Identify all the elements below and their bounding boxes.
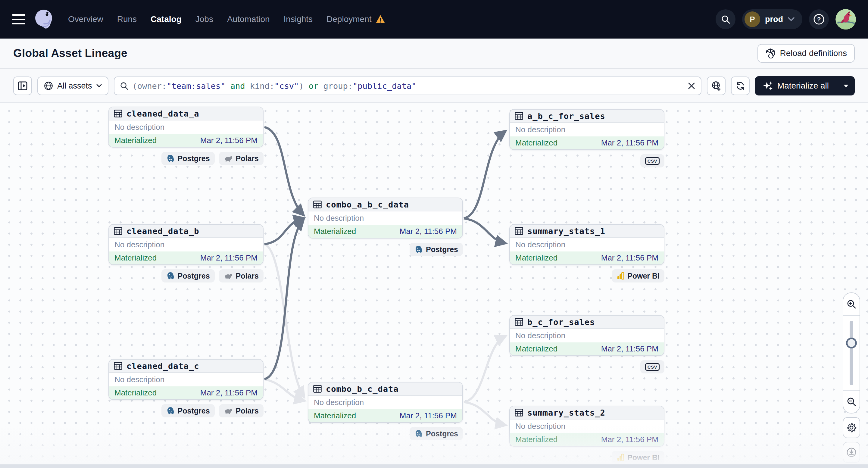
nav-item-overview[interactable]: Overview — [68, 14, 103, 24]
status-badge: Materialized — [314, 227, 356, 236]
status-badge: Materialized — [314, 411, 356, 420]
asset-node-summary-stats-2[interactable]: summary_stats_2 No description Materiali… — [509, 406, 664, 447]
tag-polars[interactable]: Polars — [219, 404, 264, 417]
zoom-out-button[interactable] — [843, 391, 860, 413]
asset-tags: Power BI — [509, 451, 664, 464]
search-query: (owner:"team:sales" and kind:"csv") or g… — [132, 81, 683, 91]
materialization-time: Mar 2, 11:56 PM — [601, 138, 658, 148]
status-badge: Materialized — [115, 388, 157, 398]
zoom-slider-track[interactable] — [849, 321, 853, 385]
materialize-all-split-button: Materialize all — [755, 76, 855, 95]
materialize-all-button[interactable]: Materialize all — [755, 76, 837, 95]
lineage-canvas[interactable]: cleaned_data_a No description Materializ… — [0, 103, 868, 464]
lineage-toolbar: All assets (owner:"team:sales" and kind:… — [0, 69, 868, 103]
graph-settings-button[interactable] — [843, 417, 860, 438]
view-global-graph-button[interactable] — [707, 76, 725, 95]
tag-postgres[interactable]: Postgres — [161, 152, 215, 165]
asset-node-cleaned-data-c[interactable]: cleaned_data_c No description Materializ… — [108, 359, 264, 400]
status-badge: Materialized — [515, 253, 557, 262]
zoom-slider[interactable] — [843, 315, 860, 391]
asset-status-row: Materialized Mar 2, 11:56 PM — [510, 251, 664, 264]
asset-node-header: a_b_c_for_sales — [510, 110, 664, 123]
nav-item-automation[interactable]: Automation — [227, 14, 270, 24]
asset-description: No description — [109, 373, 263, 386]
materialization-time: Mar 2, 11:56 PM — [400, 227, 457, 236]
tag-powerbi[interactable]: Power BI — [612, 451, 664, 464]
refresh-button[interactable] — [731, 76, 750, 95]
nav-item-insights[interactable]: Insights — [284, 14, 313, 24]
materialization-time: Mar 2, 11:56 PM — [601, 344, 658, 353]
tag-csv[interactable]: CSV — [640, 360, 664, 373]
postgres-icon — [414, 245, 423, 254]
expand-panel-icon — [18, 81, 27, 90]
tag-polars[interactable]: Polars — [219, 269, 264, 282]
asset-node-combo-b-c-data[interactable]: combo_b_c_data No description Materializ… — [308, 382, 463, 423]
user-avatar[interactable] — [835, 9, 856, 30]
materialization-time: Mar 2, 11:56 PM — [601, 435, 658, 444]
materialization-time: Mar 2, 11:56 PM — [200, 388, 257, 398]
help-icon[interactable]: ? — [809, 9, 829, 29]
dagster-logo-icon[interactable] — [33, 8, 55, 30]
nav-item-deployment[interactable]: Deployment — [327, 14, 385, 24]
nav-item-catalog[interactable]: Catalog — [151, 14, 182, 24]
materialize-options-button[interactable] — [837, 76, 855, 95]
status-badge: Materialized — [515, 138, 557, 148]
asset-node-header: b_c_for_sales — [510, 316, 664, 329]
edge-combo-a-b-c-data-to-a-b-c-for-sales — [464, 132, 505, 218]
asset-tags: CSV — [509, 360, 664, 373]
page-title: Global Asset Lineage — [13, 47, 127, 60]
tag-csv[interactable]: CSV — [640, 154, 664, 167]
asset-node-cleaned-data-a[interactable]: cleaned_data_a No description Materializ… — [108, 106, 264, 148]
nav-item-jobs[interactable]: Jobs — [195, 14, 213, 24]
nav-right: P prod ? — [716, 9, 856, 30]
table-icon — [114, 362, 122, 370]
refresh-icon — [736, 81, 745, 91]
tag-powerbi[interactable]: Power BI — [612, 269, 664, 282]
open-panel-button[interactable] — [13, 76, 32, 95]
reload-definitions-button[interactable]: Reload definitions — [757, 44, 855, 63]
asset-node-combo-a-b-c-data[interactable]: combo_a_b_c_data No description Material… — [308, 197, 463, 239]
tag-postgres[interactable]: Postgres — [161, 269, 215, 282]
table-icon — [313, 200, 322, 209]
asset-status-row: Materialized Mar 2, 11:56 PM — [510, 433, 664, 446]
tag-postgres[interactable]: Postgres — [410, 427, 463, 440]
tag-postgres[interactable]: Postgres — [410, 243, 463, 256]
postgres-icon — [166, 272, 175, 280]
zoom-in-button[interactable] — [843, 293, 860, 315]
zoom-slider-thumb[interactable] — [846, 338, 857, 348]
environment-switcher[interactable]: P prod — [742, 9, 802, 29]
status-badge: Materialized — [515, 435, 557, 444]
tag-postgres[interactable]: Postgres — [161, 404, 215, 417]
table-icon — [114, 110, 122, 118]
bottom-scroll-strip[interactable] — [0, 464, 868, 468]
asset-node-header: combo_b_c_data — [308, 382, 462, 396]
chevron-down-icon — [96, 84, 102, 88]
postgres-icon — [166, 407, 175, 415]
asset-tags: Postgres Polars — [108, 269, 264, 282]
asset-description: No description — [308, 396, 462, 409]
asset-name: cleaned_data_a — [126, 109, 199, 118]
postgres-icon — [414, 430, 423, 438]
asset-name: summary_stats_2 — [527, 408, 606, 417]
asset-node-cleaned-data-b[interactable]: cleaned_data_b No description Materializ… — [108, 224, 264, 265]
menu-icon[interactable] — [12, 14, 25, 24]
asset-node-b-c-for-sales[interactable]: b_c_for_sales No description Materialize… — [509, 315, 664, 356]
asset-filter-dropdown[interactable]: All assets — [37, 76, 108, 95]
asset-search-input[interactable]: (owner:"team:sales" and kind:"csv") or g… — [114, 76, 702, 95]
edge-combo-a-b-c-data-to-summary-stats-1 — [464, 218, 505, 243]
asset-tags: Postgres Polars — [108, 404, 264, 417]
chevron-down-icon — [788, 17, 795, 21]
powerbi-icon — [617, 454, 624, 461]
asset-status-row: Materialized Mar 2, 11:56 PM — [109, 386, 263, 399]
asset-status-row: Materialized Mar 2, 11:56 PM — [308, 409, 462, 422]
clear-search-icon[interactable] — [688, 82, 695, 90]
download-image-button[interactable] — [843, 442, 860, 463]
asset-node-summary-stats-1[interactable]: summary_stats_1 No description Materiali… — [509, 224, 664, 265]
table-icon — [515, 227, 523, 235]
nav-item-runs[interactable]: Runs — [117, 14, 137, 24]
search-icon[interactable] — [716, 9, 736, 29]
asset-node-a-b-c-for-sales[interactable]: a_b_c_for_sales No description Materiali… — [509, 109, 664, 150]
asset-name: summary_stats_1 — [527, 226, 606, 236]
tag-polars[interactable]: Polars — [219, 152, 264, 165]
csv-icon: CSV — [645, 363, 659, 371]
